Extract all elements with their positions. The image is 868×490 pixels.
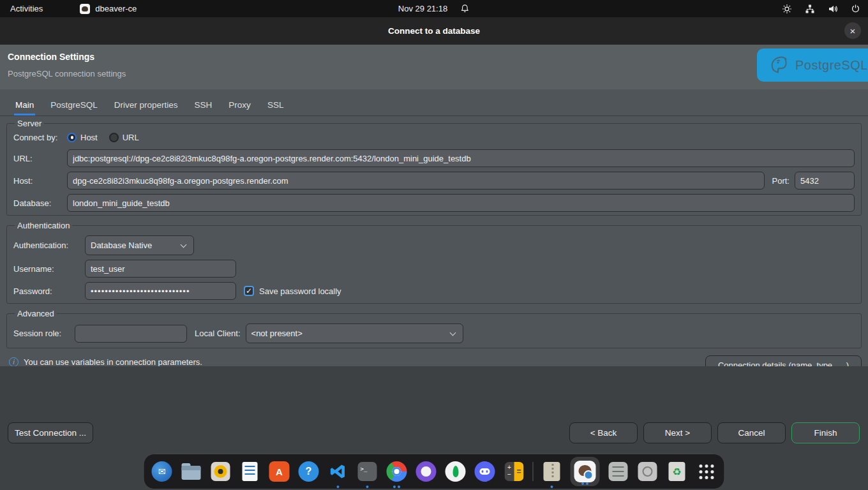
files-icon[interactable] xyxy=(181,461,202,482)
finish-button[interactable]: Finish xyxy=(791,422,860,443)
focused-app-indicator[interactable]: dbeaver-ce xyxy=(80,4,137,14)
advanced-row: Session role: Local Client: <not present… xyxy=(13,323,855,343)
username-row: Username: xyxy=(13,260,855,278)
text-utility-icon[interactable] xyxy=(608,461,629,482)
tab-postgresql[interactable]: PostgreSQL xyxy=(49,95,99,115)
connect-by-label: Connect by: xyxy=(13,133,67,142)
discord-icon[interactable] xyxy=(474,461,496,482)
tab-driver-properties[interactable]: Driver properties xyxy=(113,95,179,115)
dialog-title: Connect to a database xyxy=(388,26,480,36)
database-label: Database: xyxy=(13,198,67,208)
server-group: Server Connect by: Host URL URL: Host: P… xyxy=(6,119,862,216)
calculator-icon[interactable]: +−= xyxy=(504,461,525,482)
database-input[interactable] xyxy=(67,194,855,212)
next-button[interactable]: Next > xyxy=(643,422,712,443)
thunderbird-icon[interactable]: ✉ xyxy=(151,461,173,482)
volume-icon xyxy=(828,4,838,14)
trash-icon[interactable]: ♻ xyxy=(666,461,688,482)
archive-manager-icon[interactable] xyxy=(541,461,563,482)
host-radio[interactable] xyxy=(67,133,77,142)
rhythmbox-icon[interactable] xyxy=(210,461,232,482)
local-client-label: Local Client: xyxy=(195,329,241,338)
host-input[interactable] xyxy=(67,172,765,189)
authentication-selected-value: Database Native xyxy=(91,241,152,250)
port-input[interactable] xyxy=(795,172,855,189)
authentication-label: Authentication: xyxy=(13,241,85,250)
connection-settings-panel: Main PostgreSQL Driver properties SSH Pr… xyxy=(0,89,868,366)
username-input[interactable] xyxy=(85,260,236,278)
dbeaver-icon[interactable] xyxy=(571,457,600,486)
url-input[interactable] xyxy=(67,149,855,167)
session-role-input[interactable] xyxy=(75,325,187,343)
dbeaver-app-icon xyxy=(80,4,90,14)
info-icon: i xyxy=(9,357,19,366)
close-button[interactable]: × xyxy=(844,22,861,39)
host-row: Host: Port: xyxy=(13,172,855,189)
url-radio-label[interactable]: URL xyxy=(123,133,139,142)
host-radio-label[interactable]: Host xyxy=(80,133,98,142)
tab-ssh[interactable]: SSH xyxy=(193,95,214,115)
tab-proxy[interactable]: Proxy xyxy=(227,95,252,115)
chevron-down-icon xyxy=(181,241,187,248)
save-password-checkbox[interactable]: ✓ xyxy=(244,286,254,296)
password-label: Password: xyxy=(13,286,85,296)
clock-menu[interactable]: Nov 29 21:18 xyxy=(398,4,470,13)
activities-button[interactable]: Activities xyxy=(10,4,43,13)
authentication-group: Authentication Authentication: Database … xyxy=(6,221,862,304)
advanced-group: Advanced Session role: Local Client: <no… xyxy=(6,309,862,348)
help-icon[interactable]: ? xyxy=(298,461,320,482)
libreoffice-writer-icon[interactable] xyxy=(239,461,261,482)
vscode-icon[interactable] xyxy=(327,461,349,482)
url-label: URL: xyxy=(13,154,67,163)
dialog-titlebar: Connect to a database × xyxy=(0,17,868,45)
local-client-selected-value: <not present> xyxy=(251,329,303,338)
focused-app-name: dbeaver-ce xyxy=(95,4,137,13)
auth-type-row: Authentication: Database Native xyxy=(13,235,855,255)
mongodb-compass-icon[interactable] xyxy=(445,461,467,482)
postgresql-logo: PostgreSQL xyxy=(757,48,868,82)
ubuntu-software-icon[interactable]: A xyxy=(269,461,290,482)
password-input[interactable] xyxy=(85,282,236,300)
running-indicator xyxy=(337,486,340,488)
server-legend: Server xyxy=(15,119,44,128)
chevron-down-icon xyxy=(449,329,456,336)
password-row: Password: ✓ Save password locally xyxy=(13,282,855,300)
running-indicator xyxy=(366,486,369,488)
database-row: Database: xyxy=(13,194,855,212)
page-subtitle: PostgreSQL connection settings xyxy=(8,69,126,78)
back-button[interactable]: < Back xyxy=(569,422,638,443)
connection-details-button[interactable]: Connection details (name, type, ... ) xyxy=(705,355,862,366)
authentication-select[interactable]: Database Native xyxy=(85,235,194,255)
postgresql-logo-text: PostgreSQL xyxy=(795,58,868,73)
dialog-header: Connection Settings PostgreSQL connectio… xyxy=(0,45,868,89)
network-icon xyxy=(805,4,815,14)
power-icon xyxy=(851,4,860,13)
url-radio[interactable] xyxy=(109,133,119,142)
save-password-label[interactable]: Save password locally xyxy=(259,286,341,296)
username-label: Username: xyxy=(13,264,85,274)
app-grid-icon[interactable] xyxy=(696,461,717,482)
url-row: URL: xyxy=(13,149,855,167)
authentication-legend: Authentication xyxy=(15,221,72,230)
variables-hint-text[interactable]: You can use variables in connection para… xyxy=(24,357,202,366)
chrome-icon[interactable] xyxy=(386,461,408,482)
disk-utility-icon[interactable] xyxy=(637,461,659,482)
port-label: Port: xyxy=(772,176,789,186)
tab-main[interactable]: Main xyxy=(14,95,35,115)
dock-separator xyxy=(533,462,534,481)
settings-tabs: Main PostgreSQL Driver properties SSH Pr… xyxy=(0,89,868,116)
test-connection-button[interactable]: Test Connection ... xyxy=(8,422,93,443)
host-label: Host: xyxy=(13,176,67,186)
github-desktop-icon[interactable] xyxy=(415,461,437,482)
top-bar: Activities dbeaver-ce Nov 29 21:18 xyxy=(0,0,868,17)
postgresql-elephant-icon xyxy=(768,54,790,76)
tab-ssl[interactable]: SSL xyxy=(266,95,285,115)
connect-by-row: Connect by: Host URL xyxy=(13,130,855,145)
cancel-button[interactable]: Cancel xyxy=(717,422,786,443)
wizard-buttons: < Back Next > Cancel Finish xyxy=(569,422,860,443)
running-indicator xyxy=(551,486,553,488)
system-tray[interactable] xyxy=(782,4,860,14)
terminal-icon[interactable]: >_ xyxy=(357,461,378,482)
advanced-legend: Advanced xyxy=(15,309,57,318)
local-client-select[interactable]: <not present> xyxy=(246,323,463,343)
